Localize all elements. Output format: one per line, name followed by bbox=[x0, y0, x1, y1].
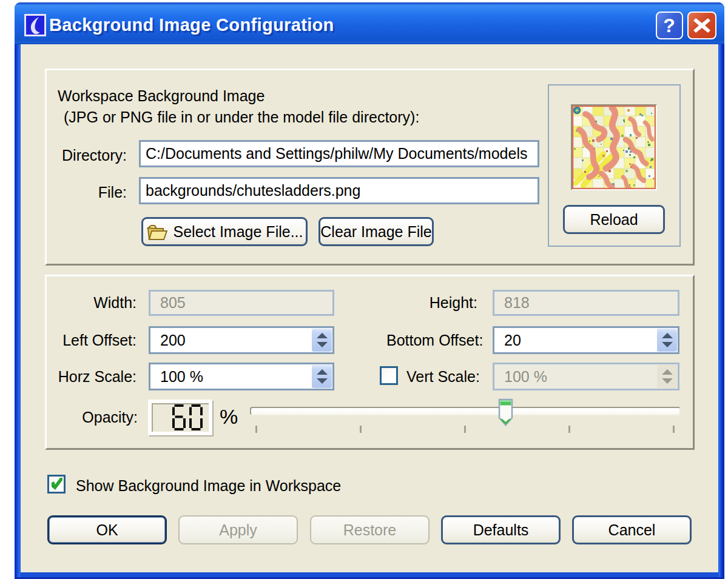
svg-text:?: ? bbox=[663, 15, 675, 36]
